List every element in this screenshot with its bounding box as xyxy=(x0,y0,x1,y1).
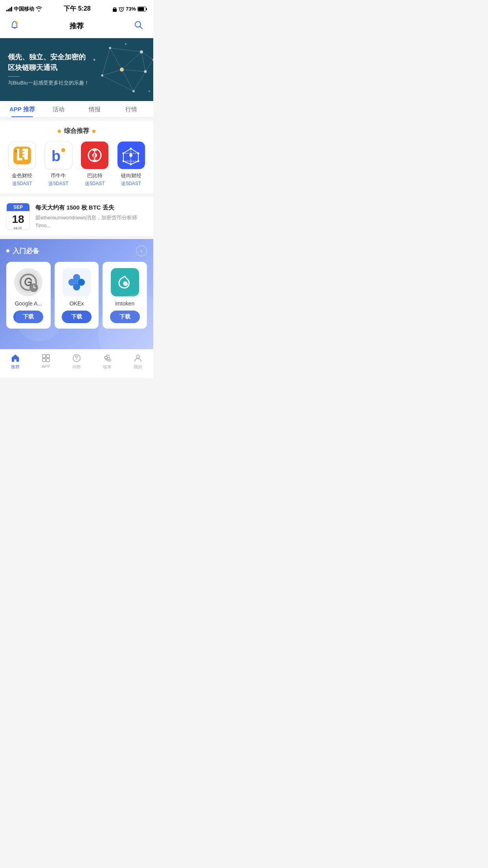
tab-intel[interactable]: 情报 xyxy=(77,101,113,117)
app-icon-nav xyxy=(41,353,51,363)
banner-subtitle: 与BiuBiu一起感受更多社交的乐趣！ xyxy=(8,79,145,87)
alarm-icon xyxy=(119,6,124,12)
svg-point-73 xyxy=(136,355,139,358)
svg-rect-33 xyxy=(22,149,28,151)
download-button-okex[interactable]: 下载 xyxy=(62,311,92,323)
svg-point-27 xyxy=(125,43,127,45)
nav-label-qa: 问答 xyxy=(72,364,81,370)
svg-point-70 xyxy=(76,359,77,360)
app-reward-lianxiang: 送5DAST xyxy=(121,180,141,187)
intro-dot xyxy=(6,249,9,252)
svg-rect-0 xyxy=(113,9,117,12)
status-right: 73% xyxy=(112,6,147,12)
svg-point-5 xyxy=(15,22,18,24)
svg-text:₿: ₿ xyxy=(93,153,95,158)
svg-point-38 xyxy=(61,148,65,152)
svg-rect-68 xyxy=(46,359,50,362)
nav-label-mine: 我的 xyxy=(134,364,142,370)
app-name-biniuiu: 币牛牛 xyxy=(51,172,66,179)
status-bar: 中国移动 下午 5:28 73% xyxy=(0,0,153,15)
intro-arrow-button[interactable]: › xyxy=(136,245,147,256)
app-reward-jinsecaijing: 送5DAST xyxy=(12,180,32,187)
app-item-babit[interactable]: ₿ 巴比特 送5DAST xyxy=(79,142,110,187)
app-icon-babit: ₿ xyxy=(81,142,108,169)
svg-rect-29 xyxy=(13,147,31,164)
svg-point-48 xyxy=(129,154,132,157)
nav-item-mine[interactable]: 我的 xyxy=(123,353,153,370)
app-grid: 金色财经 送5DAST b 币牛牛 送5DAST xyxy=(0,142,153,187)
news-content: 每天大约有 1500 枚 BTC 丢失 据ethereumworldnews消息… xyxy=(35,203,147,229)
news-calendar: SEP 18 快讯 xyxy=(6,203,30,230)
news-card[interactable]: SEP 18 快讯 每天大约有 1500 枚 BTC 丢失 据ethereumw… xyxy=(0,197,153,236)
tab-activity[interactable]: 活动 xyxy=(40,101,77,117)
intro-title-row: 入门必备 xyxy=(6,246,39,256)
section-title-row: 综合推荐 xyxy=(0,127,153,135)
svg-rect-34 xyxy=(22,155,28,157)
banner-text: 领先、独立、安全加密的 区块链聊天通讯 与BiuBiu一起感受更多社交的乐趣！ xyxy=(8,52,145,87)
intro-name-okex: OKEx xyxy=(70,300,84,307)
app-item-jinsecaijing[interactable]: 金色财经 送5DAST xyxy=(6,142,38,187)
app-icon-lianxiang xyxy=(117,142,145,169)
dot-right xyxy=(92,130,95,133)
svg-point-51 xyxy=(138,160,139,162)
nav-item-chainlib[interactable]: 链库 xyxy=(92,353,123,370)
page-title: 推荐 xyxy=(70,21,84,31)
nav-label-home: 推荐 xyxy=(11,364,20,370)
battery-percent: 73% xyxy=(126,6,136,12)
news-label: 快讯 xyxy=(14,226,22,230)
status-left: 中国移动 xyxy=(6,6,42,13)
app-reward-babit: 送5DAST xyxy=(85,180,105,187)
app-name-lianxiang: 链向财经 xyxy=(121,172,141,179)
tab-market[interactable]: 行情 xyxy=(113,101,150,117)
svg-rect-67 xyxy=(42,359,46,362)
svg-point-50 xyxy=(138,152,139,154)
banner[interactable]: 领先、独立、安全加密的 区块链聊天通讯 与BiuBiu一起感受更多社交的乐趣！ xyxy=(0,38,153,101)
intro-icon-google-auth xyxy=(14,268,42,296)
deco-bubble-2 xyxy=(16,294,63,341)
svg-rect-4 xyxy=(138,7,144,11)
nav-item-app[interactable]: APP xyxy=(31,353,61,370)
tabs: APP 推荐 活动 情报 行情 xyxy=(0,101,153,118)
news-day: 18 xyxy=(12,211,24,226)
app-reward-biniuiu: 送5DAST xyxy=(48,180,68,187)
svg-point-62 xyxy=(73,283,80,291)
svg-point-52 xyxy=(130,163,132,165)
wifi-icon xyxy=(36,6,42,12)
status-time: 下午 5:28 xyxy=(64,5,90,13)
news-title: 每天大约有 1500 枚 BTC 丢失 xyxy=(35,203,147,211)
tab-app-recommend[interactable]: APP 推荐 xyxy=(4,101,40,117)
nav-label-app: APP xyxy=(42,364,50,369)
lock-icon xyxy=(112,6,117,12)
svg-point-53 xyxy=(123,152,125,154)
svg-rect-66 xyxy=(46,355,50,358)
battery-icon xyxy=(138,7,147,11)
svg-point-63 xyxy=(75,281,78,284)
app-name-babit: 巴比特 xyxy=(87,172,103,179)
news-desc: 据ethereumworldnews消息，加密货币分析师Timo... xyxy=(35,214,147,229)
svg-line-18 xyxy=(145,60,153,72)
svg-point-49 xyxy=(130,147,132,149)
svg-line-12 xyxy=(110,48,141,52)
app-icon-jinsecaijing xyxy=(8,142,36,169)
search-button[interactable] xyxy=(132,18,145,33)
intro-icon-imtoken xyxy=(111,268,139,296)
nav-item-qa[interactable]: 问答 xyxy=(61,353,92,370)
nav-item-home[interactable]: 推荐 xyxy=(0,353,31,370)
header: 推荐 xyxy=(0,15,153,38)
qa-icon xyxy=(72,353,81,363)
intro-icon-okex xyxy=(62,268,91,296)
svg-rect-3 xyxy=(146,8,147,10)
mine-icon xyxy=(133,353,143,363)
dot-left xyxy=(58,130,61,133)
intro-section: 入门必备 › Google A... 下载 xyxy=(0,239,153,349)
signal-icon xyxy=(6,7,12,11)
app-item-lianxiang[interactable]: 链向财经 送5DAST xyxy=(116,142,147,187)
app-item-biniuiu[interactable]: b 币牛牛 送5DAST xyxy=(43,142,74,187)
section-title: 综合推荐 xyxy=(64,127,89,135)
notification-button[interactable] xyxy=(8,18,21,33)
svg-point-21 xyxy=(109,47,111,49)
carrier-label: 中国移动 xyxy=(14,6,34,13)
svg-point-28 xyxy=(149,90,150,92)
svg-point-24 xyxy=(132,90,135,92)
recommend-section: 综合推荐 金色财经 xyxy=(0,121,153,193)
